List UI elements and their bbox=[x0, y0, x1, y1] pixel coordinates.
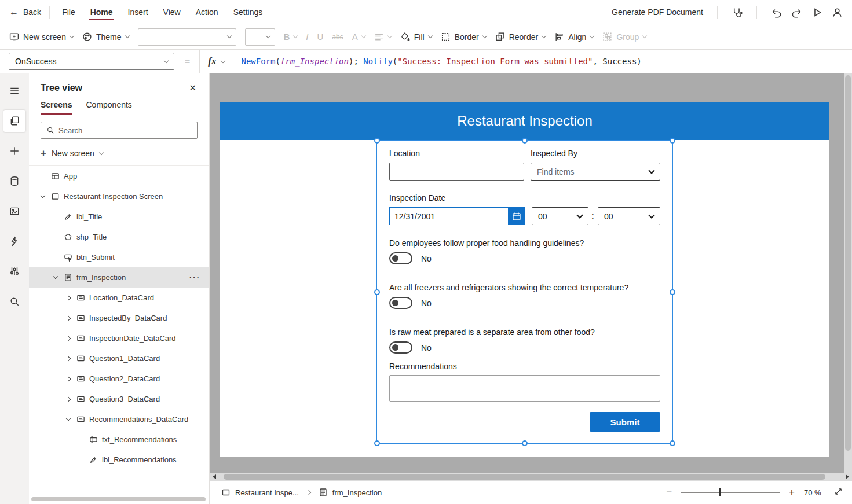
minute-dropdown[interactable]: 00 bbox=[598, 207, 660, 225]
question3-toggle[interactable] bbox=[389, 341, 412, 354]
tree-item-Question3_DataCard[interactable]: Question3_DataCard bbox=[29, 389, 209, 409]
search-icon[interactable] bbox=[0, 286, 29, 317]
menu-item-home[interactable]: Home bbox=[83, 0, 120, 24]
tree-item-InspectionDate_DataCard[interactable]: InspectionDate_DataCard bbox=[29, 328, 209, 348]
canvas-page[interactable]: Restaurant Inspection Location Inspected… bbox=[220, 102, 829, 457]
tab-components[interactable]: Components bbox=[86, 100, 131, 115]
scroll-left-arrow-icon[interactable] bbox=[213, 474, 216, 479]
menu-item-insert[interactable]: Insert bbox=[120, 0, 156, 24]
chevron-down-icon[interactable] bbox=[66, 416, 71, 421]
tree-item-Question2_DataCard[interactable]: Question2_DataCard bbox=[29, 369, 209, 389]
tree-scrollbar[interactable] bbox=[31, 497, 206, 501]
chevron-right-icon[interactable] bbox=[66, 336, 71, 340]
tree-item-txt_Recommendations[interactable]: txt_Recommendations bbox=[29, 429, 209, 450]
advanced-tools-icon[interactable] bbox=[0, 256, 29, 286]
hamburger-menu-icon[interactable] bbox=[0, 76, 29, 106]
tree-item-Restaurant Inspection Screen[interactable]: Restaurant Inspection Screen bbox=[29, 186, 209, 207]
property-selector[interactable]: OnSuccess bbox=[9, 53, 174, 70]
bold-button[interactable]: B bbox=[284, 32, 298, 42]
tree-item-Recommendations_DataCard[interactable]: Recommendations_DataCard bbox=[29, 409, 209, 429]
breadcrumb-screen[interactable]: Restaurant Inspe... bbox=[219, 488, 301, 497]
chevron-down-icon[interactable] bbox=[41, 193, 45, 198]
insert-icon[interactable] bbox=[0, 136, 29, 166]
form-banner[interactable]: Restaurant Inspection bbox=[220, 102, 829, 140]
chevron-right-icon[interactable] bbox=[66, 356, 71, 360]
undo-icon[interactable] bbox=[771, 7, 782, 18]
menu-item-view[interactable]: View bbox=[156, 0, 188, 24]
recommendations-textarea[interactable] bbox=[389, 375, 660, 402]
data-icon[interactable] bbox=[0, 166, 29, 196]
reorder-button[interactable]: Reorder bbox=[495, 32, 546, 42]
fit-to-window-icon[interactable] bbox=[834, 487, 843, 498]
underline-button[interactable]: U bbox=[317, 32, 324, 42]
inspection-date-picker[interactable]: 12/31/2001 bbox=[389, 207, 525, 225]
tree-item-btn_Submit[interactable]: btn_Submit bbox=[29, 247, 209, 267]
group-button[interactable]: Group bbox=[602, 32, 646, 42]
breadcrumb-form[interactable]: frm_Inspection bbox=[316, 488, 384, 497]
redo-icon[interactable] bbox=[791, 7, 802, 18]
question1-toggle[interactable] bbox=[389, 252, 412, 264]
tree-item-App[interactable]: App bbox=[29, 166, 209, 186]
theme-button[interactable]: Theme bbox=[82, 32, 129, 42]
item-menu-button[interactable]: ··· bbox=[189, 273, 200, 282]
play-icon[interactable] bbox=[811, 7, 822, 18]
chevron-right-icon[interactable] bbox=[66, 376, 71, 381]
tree-item-lbl_Title[interactable]: lbl_Title bbox=[29, 207, 209, 227]
hour-dropdown[interactable]: 00 bbox=[532, 207, 588, 225]
resize-handle[interactable] bbox=[670, 440, 675, 446]
back-button[interactable]: ← Back bbox=[9, 7, 41, 17]
horizontal-scrollbar[interactable] bbox=[210, 473, 852, 481]
font-color-button[interactable]: A bbox=[352, 32, 365, 42]
location-input[interactable] bbox=[389, 163, 524, 181]
chevron-down-icon[interactable] bbox=[53, 274, 58, 279]
tab-screens[interactable]: Screens bbox=[41, 100, 72, 115]
fx-dropdown[interactable]: fx bbox=[199, 50, 233, 73]
card-icon bbox=[74, 374, 87, 383]
zoom-in-button[interactable]: + bbox=[789, 487, 795, 498]
close-icon[interactable]: ✕ bbox=[189, 83, 196, 93]
tree-item-Location_DataCard[interactable]: Location_DataCard bbox=[29, 288, 209, 308]
submit-button[interactable]: Submit bbox=[590, 412, 660, 432]
calendar-icon[interactable] bbox=[508, 208, 525, 225]
media-icon[interactable] bbox=[0, 196, 29, 226]
resize-handle[interactable] bbox=[374, 440, 380, 446]
menu-item-file[interactable]: File bbox=[54, 0, 83, 24]
question2-toggle[interactable] bbox=[389, 297, 412, 309]
tree-item-lbl_Recommendations[interactable]: lbl_Recommendations bbox=[29, 450, 209, 470]
zoom-out-button[interactable]: − bbox=[666, 487, 672, 498]
inspected-by-dropdown[interactable]: Find items bbox=[531, 163, 660, 181]
chevron-right-icon[interactable] bbox=[66, 295, 71, 300]
formula-text[interactable]: NewForm(frm_Inspection); Notify("Success… bbox=[242, 57, 642, 66]
generate-pdf-button[interactable]: Generate PDF Document bbox=[612, 8, 703, 17]
vertical-scrollbar[interactable] bbox=[844, 73, 852, 473]
scroll-right-arrow-icon[interactable] bbox=[846, 474, 849, 479]
person-icon[interactable] bbox=[832, 7, 843, 18]
chevron-right-icon[interactable] bbox=[66, 396, 71, 401]
new-screen-tree-button[interactable]: + New screen bbox=[29, 145, 209, 166]
search-box[interactable] bbox=[41, 122, 198, 139]
italic-button[interactable]: I bbox=[306, 32, 308, 42]
new-screen-button[interactable]: New screen bbox=[9, 32, 74, 42]
resize-handle[interactable] bbox=[522, 440, 528, 446]
text-align-button[interactable] bbox=[374, 32, 392, 42]
tree-item-frm_Inspection[interactable]: frm_Inspection··· bbox=[29, 267, 209, 288]
strikethrough-button[interactable]: abc bbox=[332, 33, 343, 41]
resize-handle[interactable] bbox=[670, 289, 675, 295]
search-input[interactable] bbox=[58, 126, 192, 135]
tree-view-icon[interactable] bbox=[0, 106, 29, 136]
tree-item-Question1_DataCard[interactable]: Question1_DataCard bbox=[29, 348, 209, 369]
fill-button[interactable]: Fill bbox=[400, 32, 432, 42]
app-checker-icon[interactable] bbox=[732, 7, 743, 18]
menu-item-action[interactable]: Action bbox=[188, 0, 226, 24]
chevron-right-icon[interactable] bbox=[66, 315, 71, 320]
resize-handle[interactable] bbox=[374, 289, 380, 295]
flows-icon[interactable] bbox=[0, 226, 29, 256]
scrollbar-thumb[interactable] bbox=[224, 474, 825, 480]
border-button[interactable]: Border bbox=[441, 32, 487, 42]
menu-item-settings[interactable]: Settings bbox=[226, 0, 270, 24]
tree-item-InspectedBy_DataCard[interactable]: InspectedBy_DataCard bbox=[29, 308, 209, 328]
tree-item-shp_Title[interactable]: shp_Title bbox=[29, 227, 209, 247]
align-button[interactable]: Align bbox=[554, 32, 594, 42]
zoom-slider-handle[interactable] bbox=[719, 488, 721, 496]
zoom-slider[interactable] bbox=[681, 492, 780, 493]
